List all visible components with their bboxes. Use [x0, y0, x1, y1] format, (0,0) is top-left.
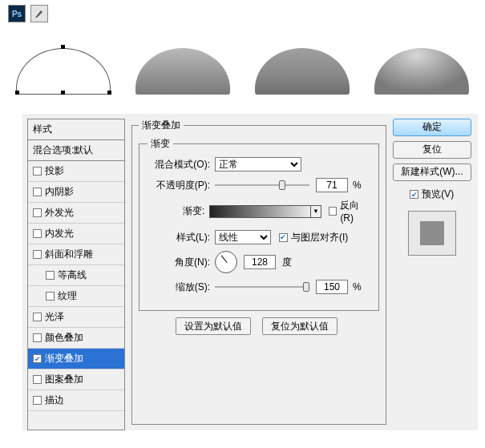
set-default-button[interactable]: 设置为默认值	[176, 317, 251, 335]
style-item-label: 斜面和浮雕	[45, 248, 93, 261]
gradient-label: 渐变:	[148, 204, 204, 218]
style-item-label: 内发光	[45, 227, 74, 240]
style-item-label: 投影	[45, 164, 64, 178]
dome-darker	[247, 38, 358, 95]
style-item-label: 图案叠加	[45, 373, 83, 386]
style-item-checkbox[interactable]	[33, 396, 42, 405]
gradient-swatch[interactable]	[209, 205, 311, 218]
style-item-checkbox[interactable]	[33, 250, 42, 259]
style-label: 样式(L):	[148, 231, 210, 244]
style-item-label: 描边	[45, 394, 64, 407]
angle-value[interactable]: 128	[244, 255, 276, 269]
style-item-checkbox[interactable]	[33, 313, 42, 321]
style-item-9[interactable]: ✔渐变叠加	[28, 349, 124, 369]
scale-slider[interactable]	[215, 281, 309, 293]
angle-label: 角度(N):	[148, 256, 210, 269]
opacity-slider[interactable]	[215, 180, 309, 191]
reverse-label: 反向(R)	[340, 199, 370, 224]
styles-header[interactable]: 样式	[28, 119, 124, 140]
style-item-label: 外发光	[45, 206, 74, 220]
style-item-checkbox[interactable]: ✔	[33, 354, 42, 363]
opacity-label: 不透明度(P):	[148, 179, 210, 192]
style-item-label: 光泽	[45, 310, 64, 324]
style-item-label: 内阴影	[45, 185, 74, 199]
style-select[interactable]: 线性	[215, 230, 271, 244]
style-item-3[interactable]: 内发光	[28, 224, 124, 244]
style-item-checkbox[interactable]	[33, 375, 42, 384]
style-item-11[interactable]: 描边	[28, 390, 124, 411]
new-style-button[interactable]: 新建样式(W)...	[393, 163, 471, 181]
align-label: 与图层对齐(I)	[291, 231, 348, 244]
dome-previews	[8, 38, 477, 95]
scale-label: 缩放(S):	[148, 281, 210, 294]
dome-radial	[366, 38, 477, 95]
layer-style-dialog: 样式 混合选项:默认 投影内阴影外发光内发光斜面和浮雕等高线纹理光泽颜色叠加✔渐…	[22, 114, 478, 430]
gradient-overlay-panel: 渐变叠加 渐变 混合模式(O): 正常 不透明度(P): 71 %	[125, 119, 393, 430]
reset-button[interactable]: 复位	[393, 141, 471, 159]
style-item-checkbox[interactable]	[46, 292, 55, 301]
percent-unit-2: %	[353, 281, 362, 293]
style-item-label: 等高线	[58, 268, 87, 282]
style-item-label: 渐变叠加	[45, 352, 83, 365]
angle-dial[interactable]	[215, 251, 237, 273]
style-item-1[interactable]: 内阴影	[28, 182, 124, 203]
blend-mode-select[interactable]: 正常	[215, 157, 301, 172]
style-item-checkbox[interactable]	[33, 333, 42, 342]
style-item-2[interactable]: 外发光	[28, 203, 124, 224]
dialog-right-column: 确定 复位 新建样式(W)... ✔ 预览(V)	[393, 119, 478, 430]
reverse-checkbox[interactable]	[329, 207, 337, 216]
ps-icon: Ps	[8, 5, 26, 22]
style-item-6[interactable]: 纹理	[28, 286, 124, 307]
style-item-10[interactable]: 图案叠加	[28, 369, 124, 390]
style-item-checkbox[interactable]	[33, 229, 42, 238]
style-item-label: 颜色叠加	[45, 331, 83, 345]
align-checkbox[interactable]: ✔	[279, 233, 288, 242]
reset-default-button[interactable]: 复位为默认值	[262, 317, 337, 335]
blend-options-row[interactable]: 混合选项:默认	[28, 140, 124, 161]
style-item-0[interactable]: 投影	[28, 161, 124, 182]
dome-outline	[8, 38, 119, 95]
opacity-value[interactable]: 71	[316, 178, 348, 192]
percent-unit: %	[353, 180, 362, 191]
style-item-checkbox[interactable]	[33, 208, 42, 217]
scale-value[interactable]: 150	[316, 280, 348, 294]
preview-swatch	[408, 211, 456, 256]
style-item-checkbox[interactable]	[46, 271, 55, 280]
styles-panel: 样式 混合选项:默认 投影内阴影外发光内发光斜面和浮雕等高线纹理光泽颜色叠加✔渐…	[27, 119, 125, 430]
preview-label: 预览(V)	[422, 188, 454, 201]
style-item-8[interactable]: 颜色叠加	[28, 328, 124, 349]
inner-title: 渐变	[148, 137, 173, 151]
style-item-5[interactable]: 等高线	[28, 265, 124, 286]
degree-unit: 度	[282, 256, 292, 269]
gradient-dropdown[interactable]: ▼	[311, 205, 321, 218]
style-item-7[interactable]: 光泽	[28, 307, 124, 328]
blend-mode-label: 混合模式(O):	[148, 158, 210, 172]
freeform-pen-icon[interactable]	[30, 5, 48, 22]
preview-checkbox[interactable]: ✔	[410, 190, 418, 199]
style-item-checkbox[interactable]	[33, 167, 42, 176]
ok-button[interactable]: 确定	[393, 119, 471, 136]
group-title: 渐变叠加	[139, 119, 184, 132]
style-item-checkbox[interactable]	[33, 188, 42, 196]
toolbar: Ps	[8, 5, 48, 22]
style-item-4[interactable]: 斜面和浮雕	[28, 244, 124, 265]
style-item-label: 纹理	[58, 289, 77, 303]
dome-flat	[127, 38, 238, 95]
